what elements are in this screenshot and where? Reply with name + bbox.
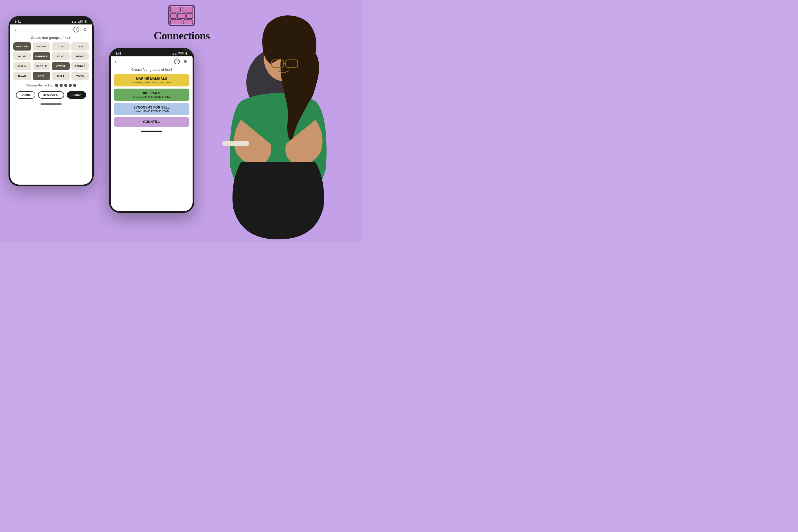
mistakes-area: Mistakes Remaining: [10, 80, 92, 89]
svg-rect-3 [171, 13, 176, 19]
tile-chain[interactable]: CHAIN [13, 62, 31, 70]
dot-2 [60, 84, 63, 87]
dots-row [55, 84, 76, 87]
submit-button[interactable]: Submit [67, 91, 86, 99]
person-image [188, 8, 363, 240]
shuffle-button[interactable]: Shuffle [16, 91, 35, 99]
tile-seal[interactable]: SEAL [33, 72, 51, 80]
phone-left-notch: 9:41 ▲▲ WiFi 🔋 [10, 18, 92, 24]
tile-otter[interactable]: OTTER [52, 62, 70, 70]
tile-peddle[interactable]: PEDDLE [71, 62, 89, 70]
tile-cub[interactable]: CUB [52, 42, 70, 51]
category-bike-title: BIKE PARTS [118, 91, 186, 95]
tile-malt[interactable]: MALT [52, 72, 70, 80]
tile-manatee[interactable]: MANATEE [33, 52, 51, 60]
phone-left-header: ‹ ? ⚙ [10, 24, 92, 35]
dot-4 [69, 84, 72, 87]
category-synonyms-title: SYNONYMS FOR SELL [118, 106, 186, 109]
category-bike-words: BRAKE, CHAIN, SADDLE, SPOKE [118, 95, 186, 98]
header-icons-left: ? ⚙ [73, 26, 88, 33]
deselect-button[interactable]: Deselect All [38, 91, 64, 99]
tile-tong[interactable]: TONG [71, 72, 89, 80]
tile-vend[interactable]: VEND [52, 52, 70, 60]
category-marine-title: MARINE MAMMALS [118, 77, 186, 81]
home-bar-left [40, 103, 62, 104]
tile-saddle[interactable]: SADDLE [33, 62, 51, 70]
dot-1 [55, 84, 58, 87]
status-time-left: 9:41 [15, 20, 21, 23]
word-grid-left: DOLPHIN BRAKE CUB CHIN MOVE MANATEE VEND… [10, 42, 92, 80]
dot-3 [64, 84, 67, 87]
gear-icon-left[interactable]: ⚙ [82, 26, 88, 33]
tile-move[interactable]: MOVE [13, 52, 31, 60]
tile-dolphin[interactable]: DOLPHIN [13, 42, 31, 51]
status-icons-left: ▲▲ WiFi 🔋 [71, 20, 87, 23]
back-button-center[interactable]: ‹ [115, 59, 116, 64]
help-icon-left[interactable]: ? [73, 26, 79, 33]
dot-5 [73, 84, 76, 87]
tile-chin[interactable]: CHIN [71, 42, 89, 51]
svg-rect-13 [222, 141, 249, 146]
home-bar-center [141, 131, 162, 132]
phone-left-footer: Shuffle Deselect All Submit [10, 89, 92, 102]
phone-left: 9:41 ▲▲ WiFi 🔋 ‹ ? ⚙ Create four groups … [8, 16, 94, 186]
tile-brake[interactable]: BRAKE [33, 42, 51, 51]
category-purple-title: COUNTR... [118, 120, 186, 124]
status-time-center: 9:41 [115, 52, 121, 55]
tile-hawk[interactable]: HAWK [13, 72, 31, 80]
subtitle-left: Create four groups of four! [10, 35, 92, 42]
mistakes-label: Mistakes Remaining: [26, 84, 53, 87]
tile-spoke[interactable]: SPOKE [71, 52, 89, 60]
category-synonyms-words: HAWK, MOVE, PEDDLE, VEND [118, 110, 186, 113]
back-button-left[interactable]: ‹ [14, 27, 16, 33]
category-marine-words: DOLPHIN, MANATEE, OTTER, SEAL [118, 81, 186, 84]
person-area [177, 0, 363, 242]
